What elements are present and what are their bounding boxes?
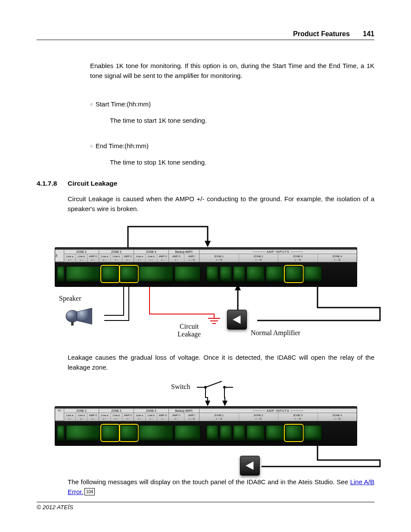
page-header: Product Features 141: [37, 30, 374, 40]
svg-marker-12: [246, 461, 253, 470]
circuit-leakage-intro: Circuit Leakage is caused when the AMPO …: [68, 194, 374, 214]
section-heading: 4.1.7.8 Circuit Leakage: [37, 180, 374, 187]
circuit-leakage-diagram-1: PO ZONE 2 Line a+ −Line b+ −AMP O+ − ZON…: [55, 221, 356, 346]
svg-marker-7: [233, 315, 240, 324]
highlighted-terminal: [120, 266, 137, 282]
page-footer: © 2012 ATEÏS: [37, 502, 374, 510]
section-number: 4.1.7.8: [37, 180, 68, 187]
copyright-text: © 2012 ATEÏS: [37, 504, 73, 510]
para3-lead: The following messages will display on t…: [68, 478, 350, 485]
speaker-icon: [63, 305, 93, 327]
speaker-label: Speaker: [59, 295, 81, 302]
bullet-icon: ○: [90, 143, 93, 149]
highlighted-terminal: [285, 425, 302, 441]
svg-marker-10: [205, 401, 210, 406]
connector-row: [55, 421, 357, 445]
svg-marker-11: [222, 401, 227, 406]
end-time-desc: The time to stop 1K tone sending.: [110, 157, 374, 167]
panel-label-strip: PO ZONE 2 Line a+ −Line b+ −AMP O+ − ZON…: [55, 249, 357, 262]
highlighted-terminal: [102, 266, 119, 282]
amplifier-icon: [240, 456, 260, 476]
page-ref-box: 104: [84, 488, 95, 496]
tone-monitoring-paragraph: Enables 1K tone for monitoring. If this …: [90, 61, 374, 81]
switch-label: Switch: [171, 383, 190, 391]
amplifier-icon: [227, 310, 247, 330]
zone-label: ZONE 4: [134, 409, 168, 413]
panel-label-strip: PO ZONE 2 Line a+ −Line b+ −AMP O+ − ZON…: [55, 408, 357, 421]
bullet-icon: ○: [90, 102, 93, 107]
end-time-item: ○End Time:(hh:mm): [90, 141, 374, 151]
circuit-leakage-label: Circuit Leakage: [177, 323, 201, 338]
svg-rect-6: [71, 321, 74, 326]
rear-panel-strip: PO ZONE 2 Line a+ −Line b+ −AMP O+ − ZON…: [55, 247, 357, 287]
zone-label: ZONE 4: [134, 250, 168, 254]
backup-amp-label: Backup AMP1: [169, 409, 199, 413]
circuit-leakage-diagram-2: Switch PO ZONE 2 Line a+ −Line b+ −AMP O…: [55, 380, 356, 471]
header-page-number: 141: [363, 30, 374, 38]
header-section-title: Product Features: [293, 30, 350, 38]
zone-label: ZONE 2: [64, 409, 99, 413]
start-time-label: Start Time:(hh:mm): [96, 100, 151, 108]
start-time-item: ○Start Time:(hh:mm): [90, 99, 374, 109]
svg-marker-0: [205, 241, 211, 247]
zone-label: ZONE 3: [99, 250, 134, 254]
normal-amplifier-label: Normal Amplifier: [251, 329, 300, 337]
backup-amp-label: Backup AMP1: [169, 250, 199, 254]
see-link-paragraph: The following messages will display on t…: [68, 477, 374, 497]
leakage-effect-paragraph: Leakage causes the gradual loss of volta…: [68, 352, 374, 373]
highlighted-terminal: [120, 425, 137, 441]
start-time-desc: The time to start 1K tone sending.: [110, 115, 374, 125]
amp-inputs-title: AMP INPUTS: [267, 409, 290, 412]
highlighted-terminal: [102, 425, 119, 441]
amp-inputs-title: AMP INPUTS: [267, 250, 290, 253]
zone-label: ZONE 2: [64, 250, 99, 254]
highlighted-terminal: [285, 266, 302, 282]
section-title: Circuit Leakage: [68, 180, 117, 187]
end-time-label: End Time:(hh:mm): [96, 142, 149, 149]
zone-label: ZONE 3: [99, 409, 134, 413]
connector-row: [55, 262, 357, 286]
rear-panel-strip: PO ZONE 2 Line a+ −Line b+ −AMP O+ − ZON…: [55, 406, 357, 446]
